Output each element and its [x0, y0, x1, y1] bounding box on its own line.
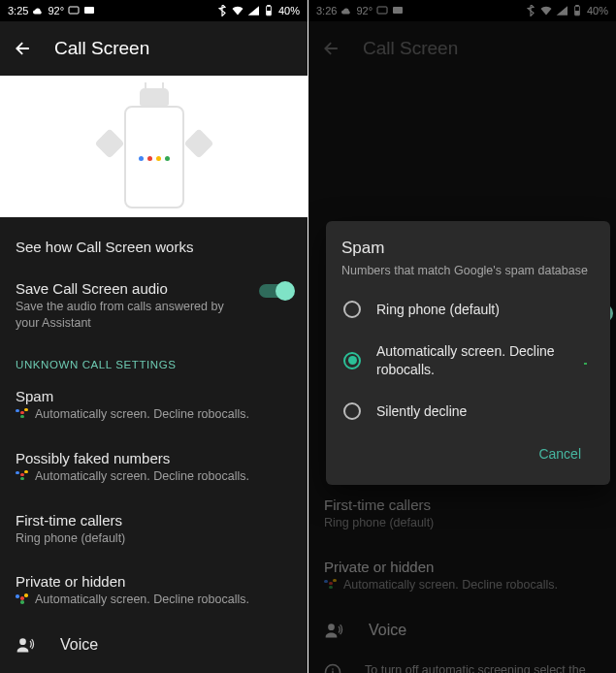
save-audio-toggle[interactable]	[259, 284, 292, 298]
phone-right: 3:26 92° 40%	[308, 0, 616, 673]
first-time-row[interactable]: First-time callers Ring phone (default)	[16, 498, 292, 561]
svg-rect-3	[268, 5, 270, 6]
phone-left: 3:25 92° 40%	[0, 0, 308, 673]
save-audio-title: Save Call Screen audio	[16, 280, 292, 297]
signal-icon	[247, 5, 259, 16]
option-ring-phone[interactable]: Ring phone (default)	[341, 289, 595, 331]
hero-illustration	[0, 76, 308, 217]
voice-icon	[16, 635, 35, 655]
svg-rect-1	[84, 7, 94, 14]
app-bar: Call Screen	[0, 21, 308, 76]
option-auto-screen[interactable]: Automatically screen. Decline robocalls.	[341, 331, 595, 391]
faked-title: Possibly faked numbers	[16, 450, 292, 466]
private-subtitle: Automatically screen. Decline robocalls.	[16, 592, 292, 608]
page-title: Call Screen	[54, 38, 149, 59]
svg-rect-0	[69, 7, 79, 14]
settings-list: See how Call Screen works Save Call Scre…	[0, 217, 308, 673]
status-bar: 3:25 92° 40%	[0, 0, 308, 21]
radio-unselected-icon[interactable]	[343, 402, 361, 420]
save-audio-row[interactable]: Save Call Screen audio Save the audio fr…	[16, 267, 292, 345]
cast-icon	[68, 5, 80, 16]
assistant-icon	[579, 356, 593, 366]
faked-numbers-row[interactable]: Possibly faked numbers Automatically scr…	[16, 436, 292, 498]
unknown-call-settings-header: UNKNOWN CALL SETTINGS	[16, 345, 292, 374]
status-battery: 40%	[278, 5, 300, 16]
spam-title: Spam	[16, 388, 292, 404]
battery-icon	[263, 5, 275, 16]
assistant-icon	[16, 470, 29, 480]
voice-row[interactable]: Voice	[16, 622, 292, 668]
faked-subtitle: Automatically screen. Decline robocalls.	[16, 468, 292, 485]
cancel-button[interactable]: Cancel	[529, 438, 591, 469]
weather-icon	[32, 5, 44, 16]
how-it-works-link[interactable]: See how Call Screen works	[16, 217, 292, 267]
spam-subtitle: Automatically screen. Decline robocalls.	[16, 406, 292, 423]
info-row: To turn off automatic screening select t…	[16, 668, 292, 673]
svg-rect-4	[267, 12, 271, 16]
private-row[interactable]: Private or hidden Automatically screen. …	[16, 560, 292, 622]
save-audio-subtitle: Save the audio from calls answered by yo…	[16, 299, 229, 332]
radio-unselected-icon[interactable]	[343, 301, 361, 318]
first-time-title: First-time callers	[16, 512, 292, 529]
private-title: Private or hidden	[16, 573, 292, 590]
dialog-title: Spam	[341, 239, 595, 258]
radio-selected-icon[interactable]	[343, 352, 361, 369]
back-button[interactable]	[14, 39, 33, 58]
screenshot-icon	[83, 5, 95, 16]
assistant-icon	[16, 408, 29, 418]
dialog-subtitle: Numbers that match Google's spam databas…	[341, 264, 595, 277]
status-time: 3:25	[8, 5, 28, 16]
svg-point-5	[19, 639, 26, 646]
status-temp: 92°	[48, 5, 64, 16]
wifi-icon	[232, 5, 243, 16]
first-time-subtitle: Ring phone (default)	[16, 530, 292, 547]
assistant-icon	[16, 593, 29, 603]
spam-dialog: Spam Numbers that match Google's spam da…	[326, 221, 610, 485]
option-silently-decline[interactable]: Silently decline	[341, 391, 595, 433]
spam-row[interactable]: Spam Automatically screen. Decline roboc…	[16, 374, 292, 436]
bluetooth-icon	[216, 5, 228, 16]
voice-label: Voice	[60, 636, 98, 654]
